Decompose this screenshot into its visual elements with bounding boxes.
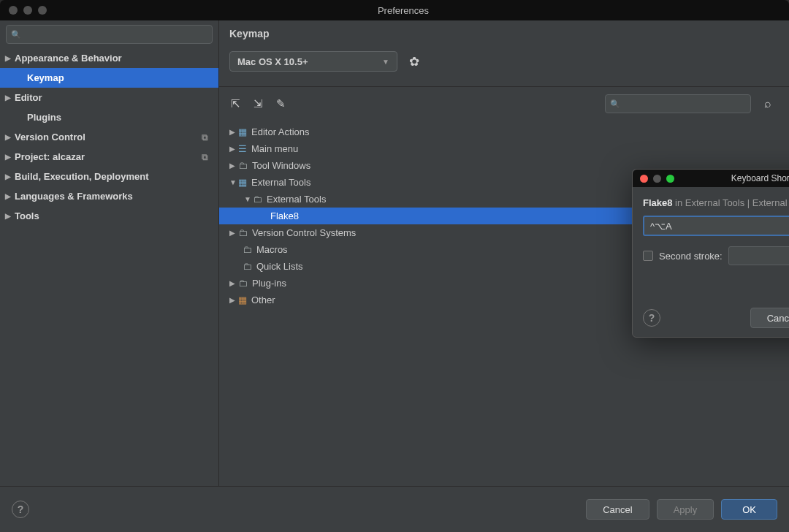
action-search-input[interactable] <box>605 94 751 113</box>
dialog-cancel-button[interactable]: Cancel <box>750 308 789 328</box>
find-by-shortcut-icon[interactable]: ⌕ <box>757 94 779 113</box>
expand-all-icon[interactable]: ⇱ <box>231 97 240 110</box>
second-stroke-input[interactable]: + <box>728 246 789 265</box>
sidebar-item-languages[interactable]: Languages & Frameworks <box>0 186 218 206</box>
panel-title: Keymap <box>219 20 789 45</box>
edit-icon[interactable]: ✎ <box>276 97 286 110</box>
dialog-close-icon[interactable] <box>640 175 648 183</box>
sidebar-item-vcs[interactable]: Version Control⧉ <box>0 127 218 147</box>
help-icon[interactable]: ? <box>12 501 29 518</box>
sidebar-item-tools[interactable]: Tools <box>0 206 218 226</box>
chevron-right-icon <box>5 192 11 200</box>
chevron-down-icon: ▼ <box>382 58 389 66</box>
chevron-right-icon <box>5 94 11 102</box>
chevron-right-icon <box>5 212 11 220</box>
window-titlebar: Preferences <box>0 0 789 20</box>
window-title: Preferences <box>18 5 789 16</box>
close-window-icon[interactable] <box>9 6 18 15</box>
cancel-button[interactable]: Cancel <box>586 499 649 520</box>
tree-node-editor-actions[interactable]: ▦Editor Actions <box>219 123 789 140</box>
sidebar-item-appearance[interactable]: Appearance & Behavior <box>0 48 218 68</box>
first-stroke-input[interactable]: ^⌥A + <box>643 216 789 236</box>
gear-icon[interactable]: ✿ <box>409 54 419 69</box>
preferences-footer: ? Cancel Apply OK <box>0 486 789 532</box>
sidebar-item-plugins[interactable]: Plugins <box>0 107 218 127</box>
project-settings-icon: ⧉ <box>202 152 208 162</box>
sidebar-item-editor[interactable]: Editor <box>0 88 218 107</box>
keyboard-shortcut-dialog: Keyboard Shortcut Flake8 in External Too… <box>632 169 789 338</box>
project-settings-icon: ⧉ <box>202 132 208 142</box>
sidebar-item-project[interactable]: Project: alcazar⧉ <box>0 147 218 167</box>
chevron-right-icon <box>5 172 11 180</box>
apply-button[interactable]: Apply <box>657 499 714 520</box>
preferences-sidebar: Appearance & Behavior Keymap Editor Plug… <box>0 20 219 486</box>
dialog-title: Keyboard Shortcut <box>648 173 789 183</box>
shortcut-context-label: Flake8 in External Tools | External Tool… <box>643 197 789 208</box>
chevron-right-icon <box>5 54 11 62</box>
second-stroke-checkbox[interactable] <box>643 251 653 261</box>
help-icon[interactable]: ? <box>643 309 660 327</box>
keymap-panel: Keymap Mac OS X 10.5+ ▼ ✿ ⇱ ⇲ ✎ ⌕ ▦Edito… <box>219 20 789 486</box>
ok-button[interactable]: OK <box>721 499 777 520</box>
chevron-right-icon <box>5 153 11 161</box>
keymap-scheme-select[interactable]: Mac OS X 10.5+ ▼ <box>229 51 397 72</box>
second-stroke-label: Second stroke: <box>659 251 723 262</box>
sidebar-search-input[interactable] <box>6 25 213 44</box>
sidebar-item-keymap[interactable]: Keymap <box>0 68 218 88</box>
collapse-all-icon[interactable]: ⇲ <box>254 97 263 110</box>
tree-node-main-menu[interactable]: ☰Main menu <box>219 140 789 157</box>
chevron-right-icon <box>5 133 11 141</box>
sidebar-item-build[interactable]: Build, Execution, Deployment <box>0 167 218 186</box>
